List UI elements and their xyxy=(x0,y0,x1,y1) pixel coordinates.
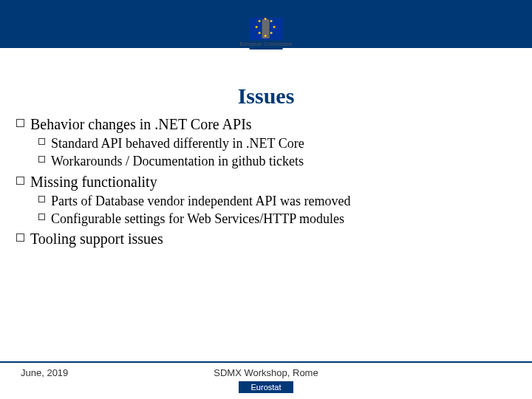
footer-row: June, 2019 SDMX Workshop, Rome xyxy=(0,367,532,378)
square-bullet-icon xyxy=(38,156,45,163)
eurostat-badge: Eurostat xyxy=(239,381,293,393)
square-bullet-icon xyxy=(38,214,45,220)
list-item-text: Missing functionality xyxy=(30,172,157,192)
list-item-text: Configurable settings for Web Services/H… xyxy=(51,210,344,228)
footer: June, 2019 SDMX Workshop, Rome Eurostat xyxy=(0,361,532,399)
square-bullet-icon xyxy=(16,119,24,127)
footer-date: June, 2019 xyxy=(21,367,184,378)
eu-flag-icon xyxy=(250,18,283,40)
list-item: Standard API behaved differently in .NET… xyxy=(38,134,516,152)
footer-venue: SDMX Workshop, Rome xyxy=(184,367,347,378)
list-item-text: Workarounds / Documentation in github ti… xyxy=(51,152,304,170)
logo-underline xyxy=(250,48,283,50)
list-item: Missing functionality xyxy=(16,172,516,192)
page-title: Issues xyxy=(0,83,532,109)
square-bullet-icon xyxy=(16,233,24,242)
list-item: Parts of Database vendor independent API… xyxy=(38,192,516,210)
list-item: Tooling support issues xyxy=(16,229,516,249)
logo-caption: European Commission xyxy=(240,41,293,47)
list-item-text: Parts of Database vendor independent API… xyxy=(51,192,350,210)
eu-stars-icon xyxy=(255,18,277,40)
slide: European Commission Issues Behavior chan… xyxy=(0,0,532,399)
list-item-text: Tooling support issues xyxy=(30,229,163,249)
list-item: Workarounds / Documentation in github ti… xyxy=(38,152,516,170)
bullet-list: Behavior changes in .NET Core APIs Stand… xyxy=(0,113,532,249)
list-item: Behavior changes in .NET Core APIs xyxy=(16,115,516,134)
square-bullet-icon xyxy=(16,177,24,185)
ec-logo: European Commission xyxy=(240,18,293,50)
square-bullet-icon xyxy=(38,196,45,202)
list-item-text: Behavior changes in .NET Core APIs xyxy=(30,115,252,134)
list-item-text: Standard API behaved differently in .NET… xyxy=(51,134,304,152)
footer-divider xyxy=(0,361,532,363)
list-item: Configurable settings for Web Services/H… xyxy=(38,210,516,228)
square-bullet-icon xyxy=(38,138,45,145)
